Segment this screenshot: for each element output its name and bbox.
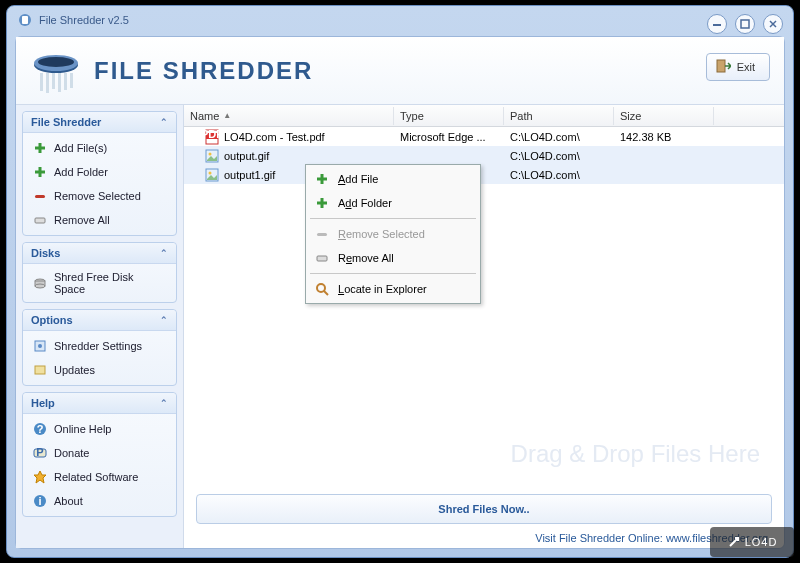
svg-rect-11: [52, 73, 55, 89]
sidebar-item[interactable]: Add Folder: [27, 160, 172, 184]
file-list[interactable]: PDFLO4D.com - Test.pdfMicrosoft Edge ...…: [184, 127, 784, 488]
donate-icon: P: [32, 445, 48, 461]
col-size[interactable]: Size: [614, 107, 714, 125]
col-path[interactable]: Path: [504, 107, 614, 125]
table-row[interactable]: PDFLO4D.com - Test.pdfMicrosoft Edge ...…: [184, 127, 784, 146]
file-list-area: Name▲ Type Path Size PDFLO4D.com - Test.…: [184, 105, 784, 548]
shred-files-button[interactable]: Shred Files Now..: [196, 494, 772, 524]
context-menu[interactable]: Add File Add Folder Remove Selected Remo…: [305, 164, 481, 304]
settings-icon: [32, 338, 48, 354]
titlebar[interactable]: File Shredder v2.5: [7, 6, 793, 34]
table-row[interactable]: output1.gifC:\LO4D.com\: [184, 165, 784, 184]
plus-icon: [314, 195, 330, 211]
file-type: [394, 155, 504, 157]
svg-point-8: [38, 57, 74, 67]
update-icon: [32, 362, 48, 378]
svg-rect-14: [70, 73, 73, 88]
maximize-button[interactable]: [735, 14, 755, 34]
drag-drop-hint: Drag & Drop Files Here: [511, 440, 760, 468]
sidebar-panel: File Shredder⌃Add File(s)Add FolderRemov…: [22, 111, 177, 236]
minus-icon: [32, 188, 48, 204]
file-size: 142.38 KB: [614, 130, 714, 144]
list-header[interactable]: Name▲ Type Path Size: [184, 105, 784, 127]
window-title: File Shredder v2.5: [39, 14, 129, 26]
app-window: File Shredder v2.5 File Shredder Exit: [6, 5, 794, 558]
sidebar-item-label: Updates: [54, 364, 95, 376]
ctx-remove-all[interactable]: Remove All: [308, 246, 478, 270]
star-icon: [32, 469, 48, 485]
panel-header[interactable]: Disks⌃: [23, 243, 176, 264]
panel-title: File Shredder: [31, 116, 101, 128]
separator: [310, 273, 476, 274]
panel-header[interactable]: Options⌃: [23, 310, 176, 331]
minus-icon: [314, 226, 330, 242]
svg-marker-32: [34, 471, 46, 483]
panel-header[interactable]: Help⌃: [23, 393, 176, 414]
chevron-up-icon: ⌃: [160, 117, 168, 127]
sidebar-item-label: Remove All: [54, 214, 110, 226]
ctx-add-folder[interactable]: Add Folder: [308, 191, 478, 215]
file-path: C:\LO4D.com\: [504, 149, 614, 163]
sidebar-item[interactable]: Shredder Settings: [27, 334, 172, 358]
svg-rect-20: [35, 195, 45, 198]
sidebar: File Shredder⌃Add File(s)Add FolderRemov…: [16, 105, 184, 548]
svg-rect-21: [35, 218, 45, 223]
chevron-up-icon: ⌃: [160, 315, 168, 325]
sidebar-item[interactable]: ?Online Help: [27, 417, 172, 441]
lo4d-watermark: LO4D: [710, 527, 794, 557]
svg-rect-12: [58, 73, 61, 92]
door-exit-icon: [715, 58, 731, 76]
brand-text: File Shredder: [94, 57, 313, 85]
image-file-icon: [204, 167, 220, 183]
svg-text:P: P: [36, 446, 43, 458]
sidebar-item[interactable]: Updates: [27, 358, 172, 382]
exit-button[interactable]: Exit: [706, 53, 770, 81]
sidebar-item[interactable]: PDonate: [27, 441, 172, 465]
svg-line-49: [324, 291, 328, 295]
sidebar-item[interactable]: Shred Free Disk Space: [27, 267, 172, 299]
svg-rect-15: [717, 60, 725, 72]
svg-text:?: ?: [37, 423, 44, 435]
sidebar-item-label: Shredder Settings: [54, 340, 142, 352]
help-icon: ?: [32, 421, 48, 437]
svg-rect-13: [64, 73, 67, 90]
plus-icon: [32, 164, 48, 180]
minimize-button[interactable]: [707, 14, 727, 34]
svg-text:i: i: [38, 495, 41, 507]
panel-header[interactable]: File Shredder⌃: [23, 112, 176, 133]
svg-line-50: [730, 538, 738, 546]
ctx-locate-explorer[interactable]: Locate in Explorer: [308, 277, 478, 301]
svg-point-39: [209, 152, 212, 155]
svg-rect-9: [40, 73, 43, 91]
shredder-logo-icon: [30, 45, 82, 97]
plus-icon: [314, 171, 330, 187]
file-name: LO4D.com - Test.pdf: [224, 131, 325, 143]
app-logo: File Shredder: [30, 45, 313, 97]
plus-icon: [32, 140, 48, 156]
header: File Shredder Exit: [16, 37, 784, 105]
table-row[interactable]: output.gifC:\LO4D.com\: [184, 146, 784, 165]
ctx-add-file[interactable]: Add File: [308, 167, 478, 191]
close-button[interactable]: [763, 14, 783, 34]
svg-point-48: [317, 284, 325, 292]
sidebar-item-label: Donate: [54, 447, 89, 459]
file-type: Microsoft Edge ...: [394, 130, 504, 144]
panel-title: Disks: [31, 247, 60, 259]
sidebar-item[interactable]: iAbout: [27, 489, 172, 513]
sidebar-item[interactable]: Add File(s): [27, 136, 172, 160]
col-type[interactable]: Type: [394, 107, 504, 125]
file-size: [614, 155, 714, 157]
sidebar-item[interactable]: Remove Selected: [27, 184, 172, 208]
file-size: [614, 174, 714, 176]
sort-asc-icon: ▲: [223, 111, 231, 120]
sidebar-panel: Disks⌃Shred Free Disk Space: [22, 242, 177, 303]
chevron-up-icon: ⌃: [160, 248, 168, 258]
sidebar-item-label: Remove Selected: [54, 190, 141, 202]
sidebar-item[interactable]: Related Software: [27, 465, 172, 489]
svg-rect-27: [35, 366, 45, 374]
svg-rect-47: [317, 256, 327, 261]
sidebar-item-label: Add File(s): [54, 142, 107, 154]
sidebar-item-label: Related Software: [54, 471, 138, 483]
col-name[interactable]: Name▲: [184, 107, 394, 125]
sidebar-item[interactable]: Remove All: [27, 208, 172, 232]
